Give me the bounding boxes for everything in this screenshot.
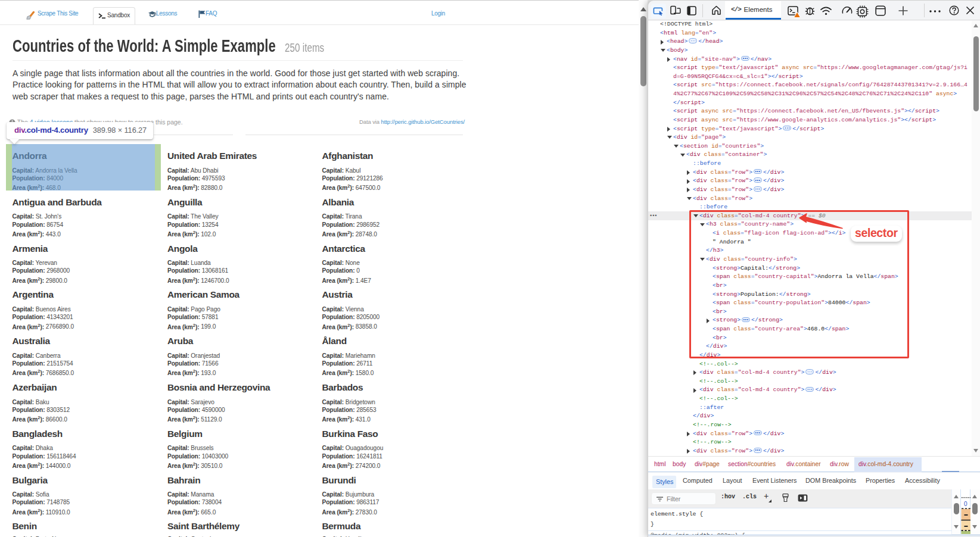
svg-text:0: 0 bbox=[964, 501, 967, 507]
